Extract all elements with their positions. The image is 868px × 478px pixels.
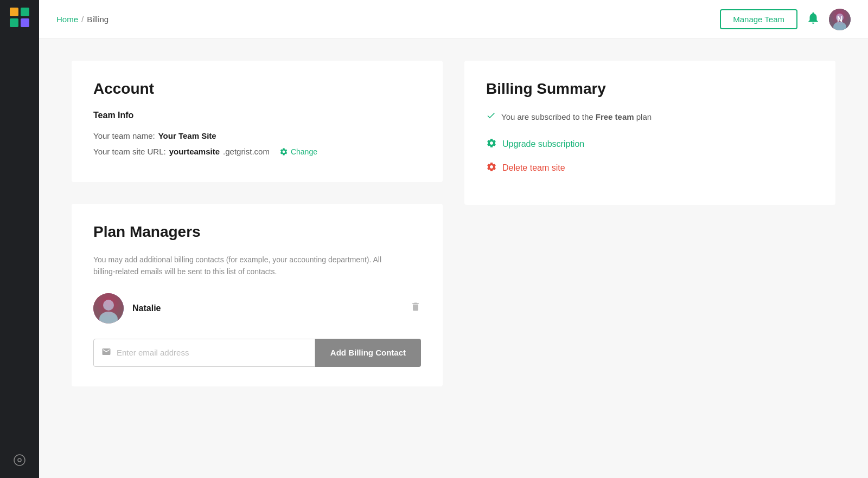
svg-point-5: [18, 458, 21, 462]
svg-rect-2: [10, 18, 18, 27]
right-column: Billing Summary You are subscribed to th…: [464, 61, 835, 386]
breadcrumb-separator: /: [81, 15, 84, 24]
account-section: Account Team Info Your team name: Your T…: [72, 61, 443, 182]
subscription-plan: Free team: [596, 112, 634, 121]
plan-managers-desc: You may add additional billing contacts …: [93, 254, 397, 278]
delete-contact-icon[interactable]: [410, 301, 421, 315]
manage-team-button[interactable]: Manage Team: [720, 9, 797, 29]
breadcrumb-home-link[interactable]: Home: [56, 15, 78, 24]
subscription-prefix: You are subscribed to the: [501, 112, 596, 121]
user-avatar[interactable]: N: [829, 9, 851, 30]
svg-point-14: [93, 293, 124, 324]
team-url-label: Your team site URL:: [93, 147, 166, 156]
breadcrumb: Home / Billing: [56, 15, 108, 24]
team-url-suffix: .getgrist.com: [223, 147, 270, 156]
svg-rect-0: [10, 8, 18, 16]
account-title: Account: [93, 80, 421, 98]
team-name-value: Your Team Site: [158, 131, 216, 140]
left-column: Account Team Info Your team name: Your T…: [72, 61, 443, 386]
team-name-row: Your team name: Your Team Site: [93, 131, 421, 140]
billing-summary-title: Billing Summary: [486, 80, 814, 98]
delete-label: Delete team site: [502, 163, 565, 173]
upgrade-gear-icon: [486, 138, 497, 151]
contact-row: Natalie: [93, 293, 421, 324]
contact-name: Natalie: [132, 303, 161, 313]
upgrade-subscription-action[interactable]: Upgrade subscription: [486, 138, 814, 151]
change-label: Change: [291, 147, 317, 156]
add-contact-row: Add Billing Contact: [93, 339, 421, 367]
change-url-link[interactable]: Change: [279, 147, 317, 156]
team-info-title: Team Info: [93, 111, 421, 120]
breadcrumb-current: Billing: [87, 15, 108, 24]
email-icon: [101, 347, 111, 359]
upgrade-label: Upgrade subscription: [502, 139, 584, 149]
main-wrapper: Home / Billing Manage Team: [39, 0, 868, 478]
plan-managers-section: Plan Managers You may add additional bil…: [72, 204, 443, 386]
delete-gear-icon: [486, 162, 497, 175]
subscribed-row: You are subscribed to the Free team plan: [486, 111, 814, 122]
contact-info: Natalie: [93, 293, 161, 324]
svg-rect-3: [21, 18, 29, 27]
contact-avatar: [93, 293, 124, 324]
avatar-image: N: [829, 9, 851, 30]
app-logo[interactable]: [9, 7, 30, 28]
settings-icon[interactable]: [13, 457, 26, 469]
subscription-text: You are subscribed to the Free team plan: [501, 112, 652, 121]
topnav: Home / Billing Manage Team: [39, 0, 868, 39]
email-input[interactable]: [117, 348, 307, 357]
sidebar: [0, 0, 39, 478]
svg-rect-1: [21, 8, 29, 16]
page-content: Account Team Info Your team name: Your T…: [39, 39, 868, 478]
team-url-row: Your team site URL: yourteamsite.getgris…: [93, 147, 421, 156]
check-icon: [486, 111, 496, 122]
svg-text:N: N: [837, 15, 843, 23]
add-billing-contact-button[interactable]: Add Billing Contact: [315, 339, 421, 367]
sidebar-settings[interactable]: [13, 454, 26, 469]
team-info-block: Team Info Your team name: Your Team Site…: [93, 111, 421, 156]
billing-summary-section: Billing Summary You are subscribed to th…: [464, 61, 835, 205]
topnav-right: Manage Team: [720, 9, 851, 30]
subscription-suffix: plan: [634, 112, 652, 121]
svg-point-4: [14, 455, 25, 466]
plan-managers-title: Plan Managers: [93, 223, 421, 241]
team-name-label: Your team name:: [93, 131, 155, 140]
email-input-wrapper: [93, 339, 315, 367]
delete-team-site-action[interactable]: Delete team site: [486, 162, 814, 175]
bell-icon[interactable]: [806, 11, 820, 28]
team-url-bold: yourteamsite: [169, 147, 220, 156]
